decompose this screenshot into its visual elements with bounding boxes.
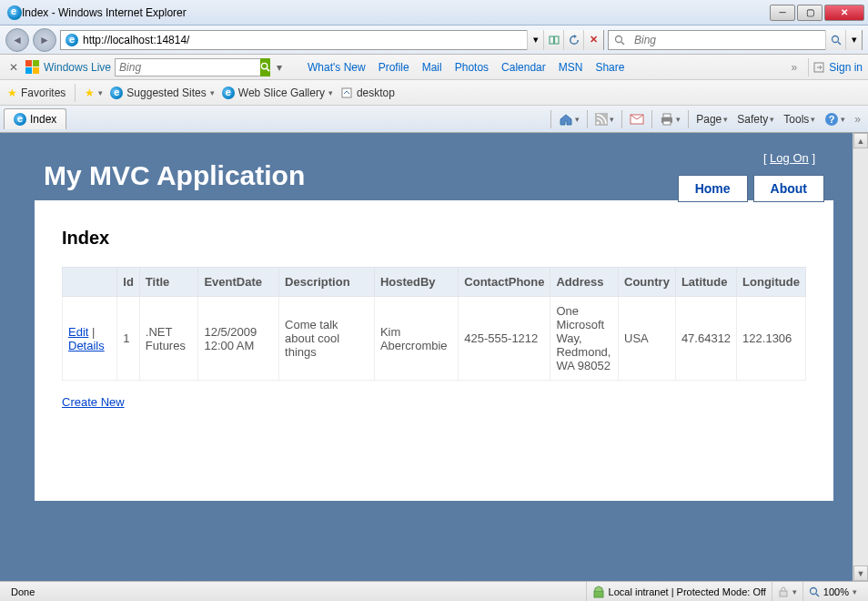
page-heading: Index: [62, 228, 806, 249]
col-country: Country: [619, 268, 676, 297]
window-maximize-button[interactable]: ▢: [797, 5, 823, 21]
live-link-profile[interactable]: Profile: [378, 61, 409, 74]
cell-title: .NET Futures: [139, 297, 198, 381]
svg-text:?: ?: [829, 114, 835, 125]
compatibility-button[interactable]: [543, 30, 563, 50]
lock-icon: [778, 586, 789, 597]
live-search-box[interactable]: [115, 58, 269, 76]
live-search-go-button[interactable]: [260, 58, 270, 76]
print-button[interactable]: ▾: [656, 111, 684, 127]
desktop-link[interactable]: desktop: [340, 87, 395, 99]
scrollbar-track[interactable]: [853, 148, 868, 565]
create-new-link[interactable]: Create New: [62, 395, 125, 409]
window-close-button[interactable]: ✕: [824, 5, 864, 21]
details-link[interactable]: Details: [68, 339, 105, 352]
live-links: What's New Profile Mail Photos Calendar …: [308, 61, 624, 74]
svg-rect-22: [594, 591, 603, 597]
help-button[interactable]: ?▾: [821, 110, 849, 128]
live-link-mail[interactable]: Mail: [422, 61, 442, 74]
scroll-down-button[interactable]: ▼: [853, 565, 868, 581]
forward-button[interactable]: ►: [33, 28, 56, 52]
svg-line-11: [267, 68, 269, 71]
windows-flag-icon: [25, 60, 40, 75]
logon-link[interactable]: Log On: [770, 151, 809, 165]
live-link-whatsnew[interactable]: What's New: [308, 61, 366, 74]
cell-description: Come talk about cool things: [279, 297, 375, 381]
rss-icon: [595, 113, 608, 126]
windows-live-label: Windows Live: [44, 61, 111, 74]
toolbar-close-button[interactable]: ✕: [5, 59, 22, 76]
address-dropdown[interactable]: ▾: [527, 30, 543, 50]
browser-tab[interactable]: Index: [4, 108, 66, 129]
svg-rect-19: [663, 121, 671, 125]
svg-line-3: [621, 42, 624, 45]
mail-icon: [630, 113, 644, 126]
signin-button[interactable]: Sign in: [812, 61, 863, 74]
zoom-control[interactable]: 100% ▾: [802, 582, 863, 601]
live-link-photos[interactable]: Photos: [455, 61, 489, 74]
page-icon: [65, 33, 79, 47]
svg-rect-1: [553, 36, 555, 44]
window-minimize-button[interactable]: ─: [770, 5, 795, 21]
help-icon: ?: [824, 112, 839, 127]
svg-rect-6: [25, 60, 32, 66]
desktop-label: desktop: [357, 87, 395, 99]
address-bar[interactable]: ▾ ✕: [60, 30, 604, 50]
web-slice-gallery-link[interactable]: Web Slice Gallery ▾: [222, 87, 333, 99]
add-favorite-button[interactable]: ★▾: [85, 87, 103, 99]
cell-contactphone: 425-555-1212: [459, 297, 550, 381]
col-id: Id: [117, 268, 140, 297]
live-link-calendar[interactable]: Calendar: [501, 61, 546, 74]
suggested-sites-label: Suggested Sites: [126, 87, 206, 99]
refresh-button[interactable]: [563, 30, 583, 50]
col-actions: [63, 268, 117, 297]
favorites-button[interactable]: ★ Favorites: [7, 87, 66, 99]
suggested-sites-link[interactable]: Suggested Sites ▾: [110, 87, 214, 99]
stop-button[interactable]: ✕: [583, 30, 603, 50]
tab-label: Index: [30, 113, 56, 126]
svg-point-10: [261, 63, 267, 68]
window-titlebar: Index - Windows Internet Explorer ─ ▢ ✕: [0, 0, 868, 25]
svg-rect-7: [33, 60, 39, 66]
live-link-msn[interactable]: MSN: [559, 61, 583, 74]
ie-icon: [110, 87, 123, 99]
cell-country: USA: [619, 297, 676, 381]
toolbar-overflow[interactable]: »: [851, 111, 864, 127]
live-search-dropdown[interactable]: ▾: [273, 61, 286, 74]
ie-icon: [7, 5, 22, 20]
zone-label: Local intranet | Protected Mode: Off: [609, 586, 766, 597]
tools-menu[interactable]: Tools▾: [780, 111, 819, 127]
search-go-button[interactable]: [825, 30, 845, 50]
nav-about[interactable]: About: [753, 175, 824, 202]
status-protected-dropdown[interactable]: ▾: [772, 582, 802, 601]
svg-rect-9: [33, 67, 39, 74]
search-input[interactable]: [631, 34, 825, 46]
status-bar: Done Local intranet | Protected Mode: Of…: [0, 581, 868, 601]
back-button[interactable]: ◄: [5, 28, 29, 52]
data-table: Id Title EventDate Description HostedBy …: [62, 267, 806, 381]
windows-live-logo[interactable]: Windows Live: [25, 60, 111, 75]
home-button[interactable]: ▾: [555, 110, 583, 128]
toolbar-overflow-icon[interactable]: »: [792, 61, 798, 74]
nav-home[interactable]: Home: [678, 175, 748, 202]
live-link-share[interactable]: Share: [595, 61, 624, 74]
zoom-icon: [809, 586, 820, 597]
search-bar[interactable]: ▾: [608, 30, 863, 50]
feeds-button[interactable]: ▾: [591, 111, 618, 127]
search-provider-icon: [612, 33, 627, 47]
search-dropdown[interactable]: ▾: [845, 30, 862, 50]
col-hostedby: HostedBy: [374, 268, 458, 297]
ie-icon: [14, 113, 26, 126]
page-menu[interactable]: Page▾: [692, 111, 732, 127]
live-search-input[interactable]: [116, 61, 260, 74]
edit-link[interactable]: Edit: [68, 325, 88, 339]
scroll-up-button[interactable]: ▲: [853, 133, 868, 148]
address-input[interactable]: [83, 31, 527, 49]
svg-rect-13: [342, 88, 351, 97]
cell-longitude: 122.1306: [737, 297, 806, 381]
status-zone: Local intranet | Protected Mode: Off: [586, 582, 772, 601]
vertical-scrollbar[interactable]: ▲ ▼: [853, 133, 868, 581]
safety-menu[interactable]: Safety▾: [733, 111, 778, 127]
ie-icon: [222, 87, 235, 99]
read-mail-button[interactable]: [626, 111, 648, 127]
